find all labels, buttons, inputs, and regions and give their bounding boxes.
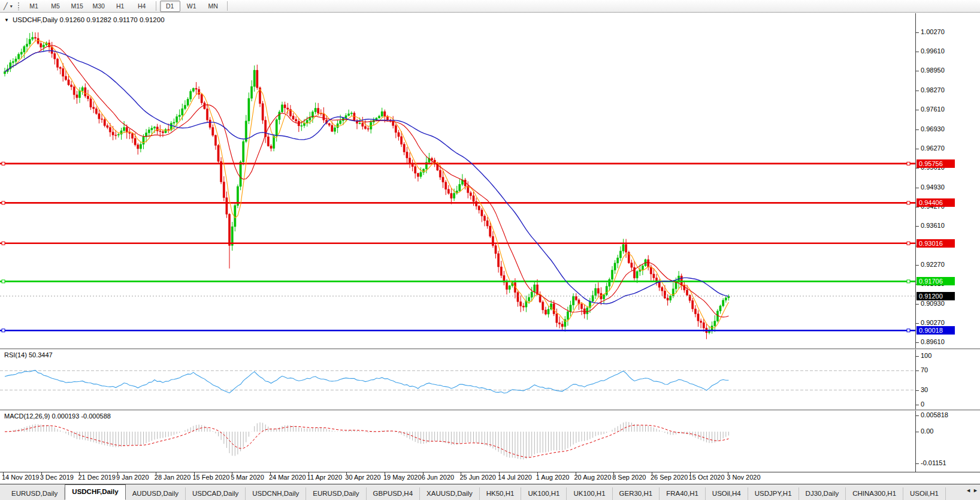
rsi-chart-canvas[interactable] (0, 350, 980, 409)
pane-separator-macd[interactable] (0, 409, 980, 411)
timeframe-button-mn[interactable]: MN (203, 1, 223, 12)
date-label: 28 Jan 2020 (155, 474, 191, 481)
price-level-badge: 0.93016 (917, 239, 955, 248)
chart-title-text: USDCHF,Daily 0.91260 0.91282 0.91170 0.9… (13, 16, 165, 23)
macd-tick-label: -0.01151 (921, 459, 946, 466)
rsi-tick-label: 0 (921, 400, 924, 408)
tab-eurusd-daily[interactable]: EURUSD,Daily (5, 487, 65, 500)
macd-tick-mark (916, 432, 919, 432)
chart-window: ▼ USDCHF,Daily 0.91260 0.91282 0.91170 0… (0, 0, 980, 500)
date-label: 24 Mar 2020 (269, 474, 306, 481)
price-chart-canvas[interactable] (0, 13, 980, 348)
timeframe-button-h1[interactable]: H1 (110, 1, 131, 12)
date-label: 11 Apr 2020 (307, 474, 343, 481)
tab-audusd-daily[interactable]: AUDUSD,Daily (126, 487, 186, 500)
date-label: 8 Sep 2020 (612, 474, 646, 481)
price-level-badge: 0.94406 (917, 198, 955, 207)
price-tick-mark (916, 168, 919, 168)
date-label: 26 Sep 2020 (651, 474, 688, 481)
collapse-icon[interactable]: ▼ (4, 17, 9, 23)
toolbar-separator (227, 1, 228, 11)
price-tick-label: 0.99610 (921, 47, 945, 55)
tab-usdchf-daily[interactable]: USDCHF,Daily (65, 484, 125, 500)
price-tick-label: 0.89610 (921, 338, 945, 345)
date-label: 14 Jul 2020 (498, 474, 532, 481)
pane-separator-rsi[interactable] (0, 348, 980, 350)
price-tick-label: 0.90270 (921, 319, 945, 326)
tab-scroll-right-icon[interactable]: ► (973, 487, 978, 493)
toolbar-grip[interactable] (17, 2, 20, 10)
tab-scroll-arrows: ◄ ► (966, 487, 978, 493)
date-label: 15 Feb 2020 (193, 474, 230, 481)
tab-fra40-h1[interactable]: FRA40,H1 (660, 487, 706, 500)
price-tick-mark (916, 71, 919, 71)
chart-tabs-bar: EURUSD,DailyUSDCHF,DailyAUDUSD,DailyUSDC… (0, 484, 980, 500)
timeframe-button-d1[interactable]: D1 (160, 1, 180, 12)
tab-ger30-h1[interactable]: GER30,H1 (613, 487, 660, 500)
price-tick-mark (916, 149, 919, 149)
price-tick-label: 0.96930 (921, 125, 945, 132)
macd-chart-canvas[interactable] (0, 411, 980, 472)
price-tick-mark (916, 110, 919, 110)
tab-usoil-h1[interactable]: USOil,H1 (903, 487, 946, 500)
tab-china300-h1[interactable]: CHINA300,H1 (846, 487, 903, 500)
price-level-badge: 0.95756 (917, 159, 955, 168)
tab-dj30-daily[interactable]: DJ30,Daily (799, 487, 846, 500)
price-tick-label: 0.94930 (921, 183, 945, 191)
price-tick-mark (916, 188, 919, 188)
date-label: 30 Apr 2020 (345, 474, 380, 481)
date-label: 5 Mar 2020 (231, 474, 264, 481)
price-tick-label: 0.96270 (921, 144, 945, 152)
price-tick-label: 0.93610 (921, 222, 945, 229)
tab-usdcnh-daily[interactable]: USDCNH,Daily (246, 487, 306, 500)
price-tick-mark (916, 129, 919, 130)
timeframe-button-m15[interactable]: M15 (67, 1, 87, 12)
rsi-tick-label: 30 (921, 386, 928, 393)
price-tick-label: 0.97610 (921, 106, 945, 113)
timeframe-button-w1[interactable]: W1 (182, 1, 202, 12)
price-tick-mark (916, 52, 919, 52)
price-tick-label: 0.98950 (921, 67, 945, 74)
tab-scroll-left-icon[interactable]: ◄ (966, 487, 971, 493)
rsi-tick-label: 70 (921, 366, 928, 374)
date-label: 3 Dec 2019 (40, 474, 74, 481)
rsi-tick-mark (916, 356, 919, 357)
rsi-label: RSI(14) 50.3447 (4, 351, 53, 359)
tab-xauusd-daily[interactable]: XAUUSD,Daily (420, 487, 480, 500)
tab-hk50-h1[interactable]: HK50,H1 (480, 487, 522, 500)
macd-tick-mark (916, 415, 919, 416)
tab-usdcad-daily[interactable]: USDCAD,Daily (186, 487, 246, 500)
timeframe-button-m5[interactable]: M5 (46, 1, 66, 12)
rsi-tick-label: 100 (921, 352, 931, 359)
timeframe-button-m1[interactable]: M1 (24, 1, 44, 12)
tab-uk100-h1[interactable]: UK100,H1 (567, 487, 612, 500)
timeframe-button-h4[interactable]: H4 (132, 1, 152, 12)
chart-title: ▼ USDCHF,Daily 0.91260 0.91282 0.91170 0… (4, 16, 165, 23)
price-tick-label: 0.90930 (921, 300, 945, 307)
chevron-down-icon[interactable]: ▾ (9, 4, 14, 9)
date-label: 14 Nov 2019 (2, 474, 39, 481)
price-tick-mark (916, 265, 919, 266)
price-tick-label: 0.92270 (921, 261, 945, 268)
date-label: 6 Jun 2020 (422, 474, 454, 481)
price-tick-mark (916, 32, 919, 33)
date-label: 9 Jan 2020 (116, 474, 149, 481)
tab-gbpusd-h4[interactable]: GBPUSD,H4 (367, 487, 420, 500)
date-label: 15 Oct 2020 (689, 474, 725, 481)
date-label: 3 Nov 2020 (727, 474, 760, 481)
tab-uk100-h1[interactable]: UK100,H1 (521, 487, 567, 500)
date-label: 1 Aug 2020 (536, 474, 570, 481)
timeframe-buttons: M1M5M15M30H1H4D1W1MN (23, 1, 231, 12)
tab-eurusd-daily[interactable]: EURUSD,Daily (306, 487, 366, 500)
mt4-app: { "toolbar": { "draw_tool_icon_glyph": "… (0, 0, 980, 500)
tab-usoil-h4[interactable]: USOil,H4 (706, 487, 748, 500)
top-toolbar: ╱ ▾ M1M5M15M30H1H4D1W1MN (0, 0, 980, 13)
rsi-tick-mark (916, 390, 919, 391)
rsi-tick-mark (916, 371, 919, 371)
tab-usdjpy-h1[interactable]: USDJPY,H1 (748, 487, 799, 500)
macd-label: MACD(12,26,9) 0.000193 -0.000588 (4, 412, 111, 420)
price-level-badge: 0.91706 (917, 277, 955, 285)
rsi-tick-mark (916, 405, 919, 405)
timeframe-button-m30[interactable]: M30 (89, 1, 109, 12)
trendline-tool-icon[interactable]: ╱ (2, 2, 9, 10)
